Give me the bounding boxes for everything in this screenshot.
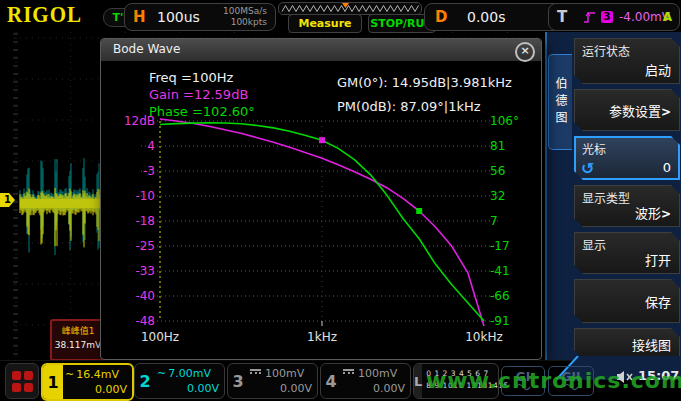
speaker-muted-icon[interactable]: [616, 370, 634, 384]
chevron-right-icon: >: [661, 105, 671, 119]
svg-text:-3: -3: [143, 164, 155, 178]
ac-coupling-icon: ~: [157, 367, 166, 380]
trigger-sweep-mode: A: [663, 10, 672, 24]
d-label: D: [435, 8, 447, 26]
menu-item-wiring-diagram[interactable]: 接线图: [574, 328, 680, 359]
dialog-titlebar[interactable]: Bode Wave ×: [101, 39, 541, 61]
channel3-widget[interactable]: 3 100mV 0.00V: [227, 363, 318, 399]
svg-text:-91: -91: [490, 314, 510, 328]
bode-menu-sidebar: 伯德图 运行状态 启动 参数设置> 光标 ↺ 0 显示类型 波形> 显示 打开: [545, 32, 681, 360]
menu-item-display-type[interactable]: 显示类型 波形>: [574, 185, 680, 227]
cursor-gain-readout: Gain =12.59dB: [149, 87, 248, 102]
menu-item-run-state[interactable]: 运行状态 启动: [574, 38, 680, 84]
svg-text:-40: -40: [135, 289, 155, 303]
channel2-widget[interactable]: 2 ~7.00mV 0.00V: [134, 363, 225, 399]
g1-generator-widget[interactable]: GI: [501, 366, 545, 396]
svg-text:-48: -48: [135, 314, 155, 328]
menu-item-cursor[interactable]: 光标 ↺ 0: [574, 136, 680, 180]
horizontal-timebase-widget[interactable]: H 100us 100MSa/s 100kpts: [124, 3, 276, 31]
trigger-slope-icon: [583, 10, 597, 24]
cursor-freq-readout: Freq =100Hz: [149, 70, 233, 85]
dc-coupling-icon: [343, 369, 354, 378]
svg-text:-18: -18: [135, 214, 155, 228]
measurement-popup: 峰峰值1 38.117mV: [50, 319, 106, 361]
bode-wave-dialog: Bode Wave × Freq =100Hz Gain =12.59dB Ph…: [100, 38, 542, 360]
ac-coupling-icon: ~: [65, 368, 74, 381]
bode-plot: 12dB106°481-356-1032-187-25-17-33-41-40-…: [101, 111, 541, 357]
sample-rate: 100MSa/s 100kpts: [223, 6, 267, 28]
sidebar-tab-bode[interactable]: 伯德图: [548, 54, 572, 150]
delay-value: 0.00s: [467, 9, 505, 25]
svg-text:100Hz: 100Hz: [141, 330, 179, 344]
rotate-knob-icon: ↺: [581, 159, 594, 178]
channel1-widget[interactable]: 1 ~16.4mV 0.00V: [41, 363, 134, 401]
svg-text:-25: -25: [135, 239, 155, 253]
chevron-right-icon: >: [661, 207, 671, 221]
trigger-widget[interactable]: T 3 -4.00mV A: [548, 3, 680, 31]
svg-text:10kHz: 10kHz: [465, 330, 503, 344]
h-label: H: [133, 8, 146, 26]
dialog-title: Bode Wave: [113, 42, 180, 56]
logic-analyzer-widget[interactable]: L 0 1 2 3 4 5 6 7 8 9 1011 12131415: [413, 363, 499, 399]
svg-text:-10: -10: [135, 189, 155, 203]
gain-margin-readout: GM(0°): 14.95dB|3.981kHz: [337, 75, 512, 90]
channel4-widget[interactable]: 4 100mV 0.00V: [320, 363, 411, 399]
rigol-logo: RIGOL: [7, 2, 82, 28]
g2-generator-widget[interactable]: GII: [548, 366, 594, 396]
svg-text:4: 4: [147, 139, 155, 153]
svg-text:56: 56: [490, 164, 505, 178]
close-icon[interactable]: ×: [515, 42, 535, 62]
svg-text:106°: 106°: [490, 114, 519, 128]
menu-grid-icon[interactable]: [5, 363, 39, 399]
measure-button[interactable]: Measure: [288, 14, 362, 33]
svg-text:-17: -17: [490, 239, 510, 253]
svg-text:-66: -66: [490, 289, 510, 303]
oscilloscope-screen: 1 峰峰值1 38.117mV RIGOL T'D H 100us 100MSa…: [0, 0, 681, 401]
sidebar-menu: 运行状态 启动 参数设置> 光标 ↺ 0 显示类型 波形> 显示 打开 保存: [574, 38, 680, 359]
wave-icon: [515, 383, 531, 390]
dc-coupling-icon: [250, 369, 261, 378]
svg-text:32: 32: [490, 189, 505, 203]
svg-text:81: 81: [490, 139, 505, 153]
menu-item-display[interactable]: 显示 打开: [574, 232, 680, 274]
wave-icon: [563, 383, 579, 390]
t-label: T: [557, 8, 567, 26]
svg-text:-41: -41: [490, 264, 510, 278]
top-status-bar: RIGOL T'D H 100us 100MSa/s 100kpts Measu…: [0, 0, 681, 32]
svg-text:1kHz: 1kHz: [307, 330, 337, 344]
measurement-value: 38.117mV: [52, 340, 104, 350]
measurement-label: 峰峰值1: [52, 324, 104, 337]
menu-item-param-setting[interactable]: 参数设置>: [574, 89, 680, 131]
trigger-source-badge: 3: [601, 11, 613, 23]
menu-item-save[interactable]: 保存: [574, 279, 680, 323]
timebase-value: 100us: [157, 9, 200, 25]
svg-text:12dB: 12dB: [124, 114, 155, 128]
clock: 15:07: [638, 368, 679, 383]
svg-text:7: 7: [490, 214, 498, 228]
svg-text:-33: -33: [135, 264, 155, 278]
